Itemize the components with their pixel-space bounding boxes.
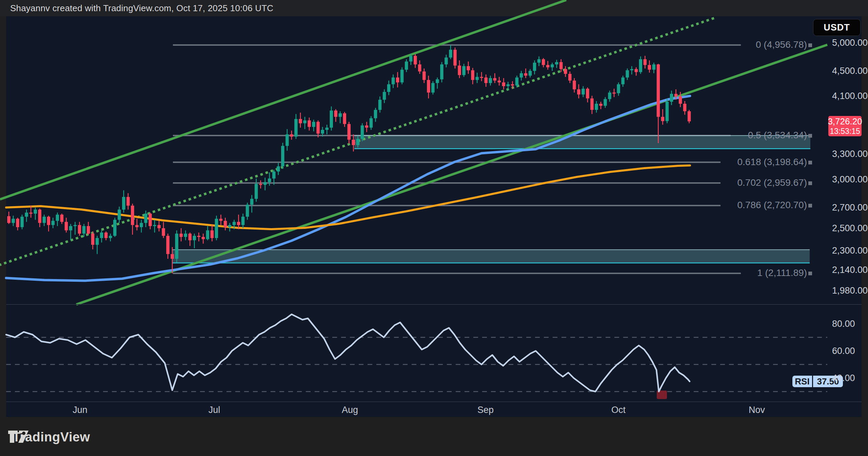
candle-body bbox=[29, 213, 33, 214]
candle-body bbox=[666, 102, 669, 121]
symbol-currency-pill[interactable]: USDT bbox=[813, 19, 861, 36]
candle-body bbox=[498, 81, 501, 82]
candle-body bbox=[144, 214, 147, 223]
candle-body bbox=[303, 120, 307, 123]
candle-body bbox=[334, 111, 337, 117]
candle-body bbox=[175, 234, 178, 259]
candle-body bbox=[118, 210, 121, 220]
candle-body bbox=[294, 119, 298, 137]
candle-body bbox=[25, 213, 28, 217]
fib-label-marker bbox=[808, 43, 812, 47]
candle-body bbox=[581, 89, 585, 95]
candle-body bbox=[299, 119, 302, 123]
candle-body bbox=[480, 77, 483, 78]
candle-body bbox=[383, 92, 386, 100]
candle-body bbox=[573, 81, 576, 90]
candle-body bbox=[162, 228, 165, 236]
candle-body bbox=[60, 215, 64, 222]
candle-body bbox=[630, 69, 633, 70]
candle-body bbox=[250, 199, 254, 204]
candle-body bbox=[352, 140, 355, 145]
candle-body bbox=[467, 66, 470, 70]
candle-body bbox=[537, 59, 541, 63]
candle-body bbox=[78, 225, 81, 234]
candle-body bbox=[20, 217, 23, 227]
candle-body bbox=[427, 80, 430, 93]
candle-body bbox=[590, 98, 594, 110]
last-price: 3,726.20 bbox=[828, 117, 862, 127]
resistance-zone bbox=[354, 136, 810, 149]
candle-body bbox=[312, 122, 315, 127]
fib-label-marker bbox=[808, 161, 812, 164]
candle-body bbox=[652, 64, 656, 70]
candle-body bbox=[7, 216, 11, 223]
candle-body bbox=[166, 236, 170, 254]
candle-body bbox=[104, 233, 108, 238]
candle-body bbox=[91, 234, 95, 245]
candle-body bbox=[330, 111, 333, 127]
candle-body bbox=[370, 118, 373, 128]
candle-body bbox=[149, 214, 152, 226]
candle-body bbox=[277, 166, 280, 172]
candle-body bbox=[648, 65, 651, 70]
support-zone bbox=[172, 250, 810, 263]
candle-body bbox=[405, 61, 408, 70]
candle-body bbox=[604, 99, 607, 106]
candle-body bbox=[153, 225, 156, 226]
candle-body bbox=[436, 79, 439, 83]
candle-body bbox=[343, 113, 347, 124]
candle-body bbox=[140, 223, 143, 227]
candle-body bbox=[268, 179, 271, 182]
candle-body bbox=[559, 62, 563, 69]
candle-body bbox=[100, 233, 103, 238]
candle-body bbox=[197, 236, 201, 237]
candle-body bbox=[378, 100, 382, 110]
tradingview-logo[interactable]: TradingView bbox=[8, 430, 90, 444]
candle-body bbox=[626, 70, 629, 77]
chart-canvas[interactable] bbox=[0, 0, 868, 456]
fib-label-marker bbox=[808, 272, 812, 275]
candle-body bbox=[122, 197, 125, 210]
tradingview-mark-icon bbox=[8, 430, 29, 443]
chart-svg bbox=[0, 0, 868, 456]
fib-label-marker bbox=[808, 134, 812, 138]
candle-body bbox=[16, 219, 19, 227]
candle-body bbox=[356, 139, 360, 145]
candle-body bbox=[113, 220, 117, 236]
candle-body bbox=[542, 59, 545, 65]
candle-body bbox=[449, 50, 452, 58]
candle-body bbox=[259, 184, 262, 185]
candle-body bbox=[82, 226, 86, 234]
candle-body bbox=[126, 197, 130, 206]
candle-body bbox=[339, 113, 342, 117]
candle-body bbox=[555, 62, 558, 64]
candle-body bbox=[193, 236, 196, 240]
candle-body bbox=[184, 234, 187, 237]
candle-body bbox=[546, 65, 550, 67]
candle-body bbox=[445, 58, 448, 64]
candle-body bbox=[568, 74, 572, 81]
candle-body bbox=[47, 217, 51, 225]
ma-slow-orange bbox=[6, 165, 690, 229]
candle-body bbox=[87, 226, 90, 234]
candle-body bbox=[219, 219, 223, 221]
candle-body bbox=[348, 124, 351, 140]
candle-body bbox=[674, 94, 678, 97]
candle-body bbox=[290, 134, 293, 137]
rsi-value-badge: RSI 37.50 bbox=[792, 376, 843, 387]
candle-body bbox=[586, 89, 589, 99]
candle-body bbox=[507, 84, 510, 86]
candle-body bbox=[237, 222, 240, 225]
candle-body bbox=[188, 234, 192, 240]
candle-body bbox=[255, 184, 258, 199]
candle-body bbox=[400, 70, 404, 83]
last-price-badge: 3,726.20 13:53:15 bbox=[828, 116, 862, 136]
candle-body bbox=[241, 217, 245, 225]
candle-body bbox=[387, 84, 391, 92]
candle-body bbox=[131, 206, 134, 225]
candle-body bbox=[524, 73, 528, 76]
candle-body bbox=[520, 73, 523, 77]
trendline-channel-lower bbox=[76, 45, 827, 304]
rsi-label: RSI bbox=[792, 376, 812, 387]
candle-body bbox=[657, 64, 660, 117]
